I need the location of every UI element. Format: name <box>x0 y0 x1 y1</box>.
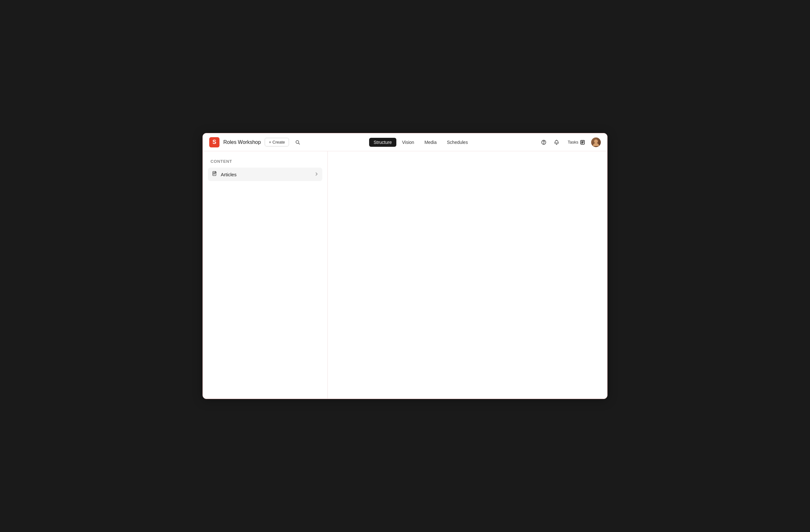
app-logo[interactable]: S <box>209 137 220 147</box>
tab-media[interactable]: Media <box>420 138 441 147</box>
navbar-right: Tasks <box>539 138 601 147</box>
help-button[interactable] <box>539 138 549 147</box>
app-logo-letter: S <box>212 139 216 145</box>
user-avatar[interactable] <box>591 138 601 147</box>
navbar-left: S Roles Workshop + Create <box>209 137 303 147</box>
create-button-label: + Create <box>269 140 285 145</box>
bell-icon <box>554 140 559 145</box>
svg-point-3 <box>544 143 544 144</box>
help-icon <box>541 140 546 145</box>
tasks-icon <box>580 140 585 145</box>
sidebar-item-articles-left: Articles <box>212 171 237 178</box>
navbar-tabs: Structure Vision Media Schedules <box>303 138 539 147</box>
tasks-label: Tasks <box>568 140 578 145</box>
articles-label: Articles <box>221 172 237 177</box>
tasks-button[interactable]: Tasks <box>565 138 588 146</box>
tab-schedules[interactable]: Schedules <box>442 138 472 147</box>
svg-line-1 <box>298 143 300 144</box>
detail-panel <box>328 151 607 399</box>
notifications-button[interactable] <box>552 138 561 147</box>
workspace-title: Roles Workshop <box>223 140 261 145</box>
navbar: S Roles Workshop + Create Structure <box>203 133 607 151</box>
app-window: S Roles Workshop + Create Structure <box>202 133 608 399</box>
tab-vision[interactable]: Vision <box>398 138 419 147</box>
articles-icon <box>212 171 217 178</box>
tab-structure[interactable]: Structure <box>369 138 396 147</box>
sidebar-item-articles[interactable]: Articles <box>208 167 322 181</box>
avatar-image <box>591 138 601 147</box>
articles-chevron-icon <box>315 172 319 177</box>
search-icon <box>295 140 300 145</box>
sidebar-section-title: Content <box>208 159 322 164</box>
main-content: Content Articles <box>203 151 607 399</box>
sidebar: Content Articles <box>203 151 328 399</box>
create-button[interactable]: + Create <box>265 138 289 146</box>
search-button[interactable] <box>293 138 303 147</box>
